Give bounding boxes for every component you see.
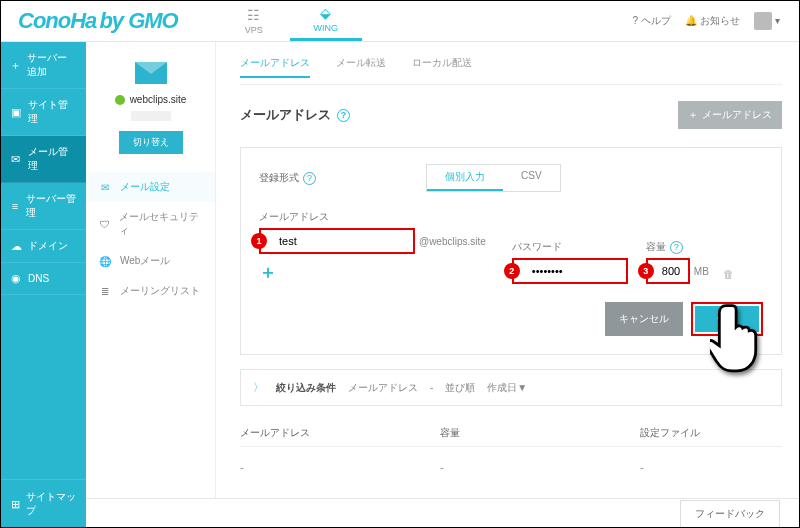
create-form-card: 登録形式? 個別入力 CSV メールアドレス 1 @webclips.site … [240, 147, 782, 355]
subnav-mail-security[interactable]: 🛡メールセキュリティ [86, 202, 215, 246]
subnav-label: Webメール [120, 254, 170, 268]
subnav-label: メール設定 [120, 180, 170, 194]
help-icon[interactable]: ? [303, 172, 316, 185]
shield-icon: 🛡 [98, 219, 111, 230]
sitemap-link[interactable]: ⊞サイトマップ [0, 479, 86, 528]
domain-panel: webclips.site 切り替え ✉メール設定 🛡メールセキュリティ 🌐We… [86, 42, 216, 498]
chevron-down-icon: ▾ [775, 15, 780, 26]
th-capacity: 容量 [440, 426, 640, 440]
sitemap-label: サイトマップ [26, 490, 76, 518]
question-icon: ? [632, 15, 638, 26]
cap-label-text: 容量 [646, 240, 666, 254]
password-label: パスワード [512, 240, 628, 254]
password-input[interactable] [512, 258, 628, 284]
help-icon[interactable]: ? [337, 109, 350, 122]
header: ConoHa by GMO ☷ VPS ⬙ WING ?ヘルプ 🔔お知らせ ▾ [0, 0, 800, 42]
add-mail-label: メールアドレス [702, 108, 772, 122]
sub-nav: ✉メール設定 🛡メールセキュリティ 🌐Webメール ≣メーリングリスト [86, 172, 215, 306]
subnav-label: メールセキュリティ [119, 210, 203, 238]
subnav-webmail[interactable]: 🌐Webメール [86, 246, 215, 276]
sidebar-label: サイト管理 [28, 98, 76, 126]
field-password: パスワード 2 [512, 240, 628, 284]
plus-icon: ＋ [688, 108, 698, 122]
switch-button[interactable]: 切り替え [119, 131, 183, 154]
sidebar-item-mail-manage[interactable]: ✉メール管理 [0, 136, 86, 183]
feedback-button[interactable]: フィードバック [680, 500, 780, 527]
mail-icon: ✉ [10, 153, 22, 166]
filter-order: 作成日▼ [487, 381, 527, 395]
sidebar-item-server-manage[interactable]: ≡サーバー管理 [0, 183, 86, 230]
main: メールアドレス メール転送 ローカル配送 メールアドレス? ＋メールアドレス 登… [216, 42, 800, 498]
tab-vps[interactable]: ☷ VPS [218, 0, 290, 41]
filter-bar[interactable]: 〉 絞り込み条件 メールアドレス - 並び順 作成日▼ [240, 369, 782, 406]
cloud-icon: ☁ [10, 240, 22, 253]
table-head: メールアドレス 容量 設定ファイル [240, 420, 782, 446]
th-config: 設定ファイル [640, 426, 782, 440]
address-suffix: @webclips.site [419, 236, 486, 247]
subnav-mail-settings[interactable]: ✉メール設定 [86, 172, 215, 202]
status-dot-icon [115, 95, 125, 105]
add-row-button[interactable]: ＋ [259, 260, 486, 284]
step-badge-2: 2 [504, 263, 520, 279]
notice-label: お知らせ [700, 14, 740, 28]
tab-wing[interactable]: ⬙ WING [290, 0, 362, 41]
sidebar-label: サーバー追加 [27, 51, 76, 79]
password-input-wrap: 2 [512, 258, 628, 284]
capacity-input-wrap: 3 MB [646, 258, 709, 284]
chevron-right-icon: 〉 [253, 380, 264, 395]
cell-capacity: - [440, 461, 640, 473]
tab-wing-label: WING [313, 23, 338, 33]
sidebar-label: メール管理 [28, 145, 76, 173]
notice-link[interactable]: 🔔お知らせ [685, 14, 740, 28]
field-row: メールアドレス 1 @webclips.site ＋ パスワード 2 容量? [259, 210, 763, 284]
sidebar-item-site-manage[interactable]: ▣サイト管理 [0, 89, 86, 136]
cancel-button[interactable]: キャンセル [605, 302, 683, 336]
inner-tabs: メールアドレス メール転送 ローカル配送 [240, 42, 782, 84]
subnav-label: メーリングリスト [120, 284, 200, 298]
sidebar-label: サーバー管理 [26, 192, 76, 220]
inner-tab-local[interactable]: ローカル配送 [412, 56, 472, 78]
subnav-mailing-list[interactable]: ≣メーリングリスト [86, 276, 215, 306]
sidebar-label: DNS [28, 273, 49, 284]
user-menu[interactable]: ▾ [754, 12, 780, 30]
add-mail-button[interactable]: ＋メールアドレス [678, 101, 782, 129]
sidebar-item-add-server[interactable]: ＋サーバー追加 [0, 42, 86, 89]
reg-label-text: 登録形式 [259, 171, 299, 185]
sidebar-item-domain[interactable]: ☁ドメイン [0, 230, 86, 263]
header-right: ?ヘルプ 🔔お知らせ ▾ [632, 12, 780, 30]
save-highlight: 保存 [691, 302, 763, 336]
field-address: メールアドレス 1 @webclips.site ＋ [259, 210, 486, 284]
logo: ConoHa by GMO [18, 8, 178, 34]
top-tabs: ☷ VPS ⬙ WING [218, 0, 362, 41]
mail-icon: ✉ [98, 182, 112, 193]
address-input[interactable] [259, 228, 415, 254]
filter-label: 絞り込み条件 [276, 381, 336, 395]
help-link[interactable]: ?ヘルプ [632, 14, 671, 28]
field-capacity: 容量? 3 MB [646, 240, 709, 284]
seg-csv[interactable]: CSV [503, 165, 560, 191]
sidebar-item-dns[interactable]: ◉DNS [0, 263, 86, 295]
logo-text: ConoHa [18, 8, 96, 33]
filter-sort: 並び順 [445, 381, 475, 395]
site-icon: ▣ [10, 106, 22, 119]
address-input-wrap: 1 @webclips.site [259, 228, 486, 254]
inner-tab-forward[interactable]: メール転送 [336, 56, 386, 78]
save-button[interactable]: 保存 [695, 306, 759, 332]
capacity-label: 容量? [646, 240, 709, 254]
domain-name: webclips.site [86, 94, 215, 105]
delete-row-button[interactable]: 🗑 [723, 268, 734, 284]
bell-icon: 🔔 [685, 15, 697, 26]
sidebar: ＋サーバー追加 ▣サイト管理 ✉メール管理 ≡サーバー管理 ☁ドメイン ◉DNS… [0, 42, 86, 528]
footer: フィードバック [86, 498, 800, 528]
format-segment: 個別入力 CSV [426, 164, 561, 192]
inner-tab-address[interactable]: メールアドレス [240, 56, 310, 78]
domain-text: webclips.site [130, 94, 187, 105]
help-label: ヘルプ [641, 14, 671, 28]
tab-vps-label: VPS [245, 25, 263, 35]
wing-icon: ⬙ [320, 5, 331, 21]
globe-icon: 🌐 [98, 256, 112, 267]
help-icon[interactable]: ? [670, 241, 683, 254]
server-icon: ☷ [247, 7, 260, 23]
seg-individual[interactable]: 個別入力 [427, 165, 503, 191]
sitemap-icon: ⊞ [10, 498, 20, 511]
